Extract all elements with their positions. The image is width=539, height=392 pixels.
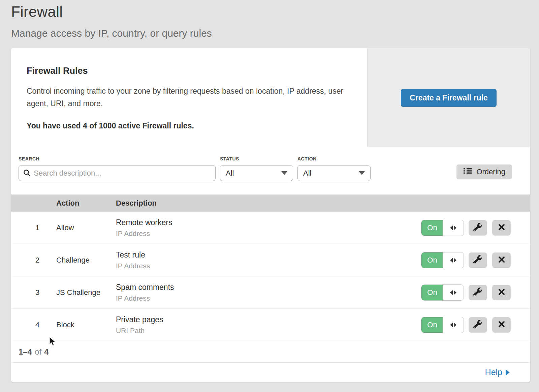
toggle-drag-handle[interactable]: [443, 252, 464, 268]
rule-priority: 3: [11, 288, 56, 297]
table-row: 4 Block Private pages URI Path On: [11, 309, 530, 341]
rule-description-cell: Test rule IP Address: [116, 250, 409, 270]
rule-priority: 4: [11, 321, 56, 329]
wrench-icon: [473, 288, 482, 298]
edit-rule-button[interactable]: [469, 317, 487, 333]
rule-description: Private pages: [116, 315, 409, 324]
arrow-left-icon: [450, 225, 453, 230]
arrow-right-icon: [454, 225, 456, 230]
rules-usage-text: You have used 4 of 1000 active Firewall …: [27, 121, 347, 130]
toggle-drag-handle[interactable]: [443, 285, 464, 300]
arrow-left-icon: [450, 290, 453, 295]
help-link[interactable]: Help: [485, 367, 510, 377]
delete-rule-button[interactable]: [492, 220, 511, 236]
rule-description: Test rule: [116, 250, 409, 260]
table-row: 1 Allow Remote workers IP Address On: [11, 212, 530, 244]
arrow-left-icon: [450, 258, 453, 263]
ordering-button-label: Ordering: [476, 168, 505, 176]
toggle-on-label[interactable]: On: [421, 285, 443, 300]
ordering-wrap: Ordering: [456, 156, 512, 179]
chevron-down-icon: [281, 171, 287, 175]
description-column-header: Description: [116, 199, 409, 208]
x-icon: [497, 320, 506, 330]
table-row: 2 Challenge Test rule IP Address On: [11, 244, 530, 276]
arrow-right-icon: [454, 290, 456, 295]
x-icon: [497, 223, 506, 233]
rules-intro-section: Firewall Rules Control incoming traffic …: [11, 48, 530, 147]
toggle-drag-handle[interactable]: [443, 220, 464, 236]
action-select[interactable]: All: [297, 165, 371, 181]
rule-enabled-toggle[interactable]: On: [421, 252, 464, 268]
wrench-icon: [473, 320, 482, 330]
firewall-rules-card: Firewall Rules Control incoming traffic …: [11, 48, 530, 382]
rule-match-type: URI Path: [116, 327, 409, 335]
action-label: ACTION: [297, 156, 371, 161]
rules-intro-text: Firewall Rules Control incoming traffic …: [11, 48, 367, 147]
rule-description: Remote workers: [116, 218, 409, 227]
page-title: Firewall: [11, 3, 539, 20]
rule-enabled-toggle[interactable]: On: [421, 285, 464, 300]
arrow-left-icon: [450, 323, 453, 327]
rule-match-type: IP Address: [116, 230, 409, 238]
pagination-total: 4: [44, 347, 49, 357]
page-subtitle: Manage access by IP, country, or query r…: [11, 28, 539, 39]
rule-description-cell: Spam comments IP Address: [116, 283, 409, 302]
toggle-drag-handle[interactable]: [443, 317, 464, 333]
status-label: STATUS: [220, 156, 293, 161]
x-icon: [497, 288, 506, 297]
search-input[interactable]: [19, 165, 216, 181]
search-field-wrap: [19, 165, 216, 181]
search-icon: [23, 169, 31, 179]
action-select-value: All: [303, 169, 311, 178]
chevron-down-icon: [359, 171, 365, 175]
list-icon: [463, 167, 472, 177]
rule-controls: On: [409, 317, 530, 333]
rules-card-description: Control incoming traffic to your zone by…: [27, 85, 347, 110]
edit-rule-button[interactable]: [469, 252, 487, 268]
status-select[interactable]: All: [220, 165, 293, 181]
edit-rule-button[interactable]: [469, 285, 487, 300]
action-column-header: Action: [56, 199, 116, 208]
help-row: Help: [11, 362, 530, 382]
create-firewall-rule-button[interactable]: Create a Firewall rule: [401, 89, 496, 107]
rule-description-cell: Private pages URI Path: [116, 315, 409, 335]
arrow-right-icon: [506, 369, 510, 375]
edit-rule-button[interactable]: [469, 220, 487, 236]
rule-match-type: IP Address: [116, 262, 409, 270]
create-rule-panel: Create a Firewall rule: [367, 48, 530, 147]
search-filter-group: SEARCH: [19, 156, 216, 181]
rule-match-type: IP Address: [116, 294, 409, 302]
rule-description: Spam comments: [116, 283, 409, 292]
table-row: 3 JS Challenge Spam comments IP Address …: [11, 276, 530, 309]
toggle-on-label[interactable]: On: [421, 252, 443, 268]
help-link-label: Help: [485, 367, 502, 377]
wrench-icon: [473, 223, 482, 233]
rule-action: Block: [56, 321, 116, 329]
ordering-button[interactable]: Ordering: [456, 164, 512, 179]
wrench-icon: [473, 255, 482, 265]
delete-rule-button[interactable]: [492, 317, 511, 333]
rule-priority: 2: [11, 256, 56, 265]
status-select-value: All: [226, 169, 234, 178]
rule-controls: On: [409, 220, 530, 236]
pagination-range: 1–4: [19, 347, 32, 357]
rule-controls: On: [409, 252, 530, 268]
arrow-right-icon: [454, 258, 456, 263]
delete-rule-button[interactable]: [492, 252, 511, 268]
x-icon: [497, 255, 506, 265]
pagination-of-label: of: [35, 347, 41, 357]
rules-card-title: Firewall Rules: [27, 66, 347, 76]
toggle-on-label[interactable]: On: [421, 220, 443, 236]
delete-rule-button[interactable]: [492, 285, 511, 300]
filters-bar: SEARCH STATUS All ACTION All: [11, 147, 530, 194]
rule-controls: On: [409, 285, 530, 300]
rule-action: Allow: [56, 223, 116, 232]
page-header: Firewall Manage access by IP, country, o…: [0, 0, 539, 39]
pagination-bar: 1–4 of 4: [11, 341, 530, 362]
rule-enabled-toggle[interactable]: On: [421, 220, 464, 236]
toggle-on-label[interactable]: On: [421, 317, 443, 333]
rule-action: Challenge: [56, 256, 116, 265]
action-filter-group: ACTION All: [297, 156, 371, 181]
search-label: SEARCH: [19, 156, 216, 161]
rule-enabled-toggle[interactable]: On: [421, 317, 464, 333]
